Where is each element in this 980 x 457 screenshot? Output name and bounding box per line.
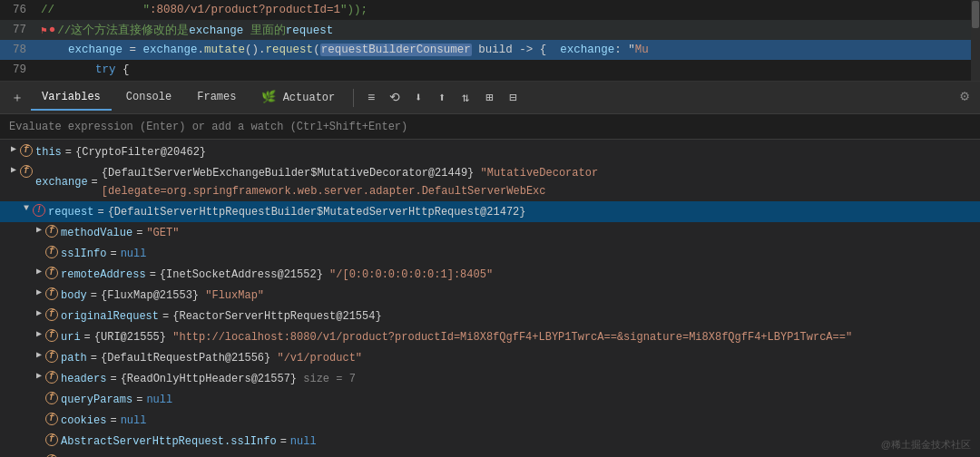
import-icon[interactable]: ⬇ — [408, 88, 428, 108]
var-eq: = — [136, 391, 142, 409]
variables-tree[interactable]: ▶ f this = {CryptoFilter@20462} ▶ f exch… — [0, 140, 980, 457]
settings-icon[interactable]: ≡ — [361, 88, 381, 108]
expand-arrow[interactable]: ▶ — [33, 287, 45, 297]
var-name: uri — [61, 328, 81, 346]
no-arrow: ▶ — [33, 433, 45, 443]
expand-arrow[interactable]: ▶ — [33, 266, 45, 277]
var-eq: = — [280, 433, 287, 451]
var-headers[interactable]: ▶ f headers = {ReadOnlyHttpHeaders@21557… — [0, 368, 980, 389]
var-content: body = {FluxMap@21553} "FluxMap" — [61, 287, 264, 305]
var-eq: = — [97, 203, 103, 221]
debugger-panel: ＋ Variables Console Frames 🌿 Actuator ≡ … — [0, 82, 980, 457]
expand-arrow[interactable]: ▶ — [33, 224, 45, 235]
var-cookies[interactable]: ▶ f cookies = null — [0, 410, 980, 431]
debug-arrow-77: ⚑ — [41, 24, 47, 36]
tab-actuator[interactable]: 🌿 Actuator — [250, 84, 346, 112]
var-value: {CryptoFilter@20462} — [75, 143, 206, 161]
line-number-77: 77 — [0, 24, 41, 36]
no-arrow: ▶ — [33, 391, 45, 402]
var-eq: = — [91, 287, 97, 305]
var-content: uri = {URI@21555} "http://localhost:8080… — [61, 328, 852, 346]
var-name: this — [35, 143, 62, 161]
toolbar-separator — [353, 89, 354, 107]
add-watch-button[interactable]: ＋ — [7, 88, 27, 108]
right-scrollbar[interactable] — [971, 0, 980, 81]
expand-arrow[interactable]: ▶ — [33, 328, 45, 339]
var-eq: = — [162, 307, 169, 326]
var-remoteAddress[interactable]: ▶ f remoteAddress = {InetSocketAddress@2… — [0, 264, 980, 285]
var-sslInfo[interactable]: ▶ f sslInfo = null — [0, 243, 980, 264]
watermark: @稀土掘金技术社区 — [881, 438, 971, 452]
var-exchange[interactable]: ▶ f exchange = {DefaultServerWebExchange… — [0, 162, 980, 201]
var-name: queryParams — [61, 391, 132, 409]
var-value: {ReactorServerHttpRequest@21554} — [172, 307, 381, 326]
var-request[interactable]: ▼ ! request = {DefaultServerHttpRequestB… — [0, 201, 980, 222]
line-content-77: //这个方法直接修改的是exchange 里面的request — [57, 23, 980, 38]
field-icon: f — [45, 350, 58, 363]
var-content: id = null — [61, 453, 113, 458]
var-name: exchange — [35, 173, 88, 191]
expand-arrow[interactable]: ▶ — [33, 370, 45, 381]
no-arrow: ▶ — [33, 453, 45, 458]
no-arrow: ▶ — [33, 245, 45, 256]
var-content: sslInfo = null — [61, 245, 146, 263]
var-eq: = — [91, 349, 97, 367]
field-icon: f — [45, 287, 58, 300]
var-eq: = — [92, 173, 98, 191]
code-line-76: 76 // ":8080/v1/product?productId=1")); — [0, 0, 980, 20]
var-eq: = — [110, 245, 116, 263]
var-originalRequest[interactable]: ▶ f originalRequest = {ReactorServerHttp… — [0, 306, 980, 326]
code-line-78: 78 exchange = exchange.mutate().request(… — [0, 40, 980, 60]
line-content-78: exchange = exchange.mutate().request(req… — [41, 44, 980, 56]
code-line-77: 77 ⚑ ● //这个方法直接修改的是exchange 里面的request — [0, 20, 980, 40]
tab-variables[interactable]: Variables — [31, 85, 112, 111]
var-body[interactable]: ▶ f body = {FluxMap@21553} "FluxMap" — [0, 285, 980, 306]
tab-frames[interactable]: Frames — [186, 85, 247, 111]
settings-gear-icon[interactable]: ⚙ — [960, 87, 969, 105]
field-icon: f — [20, 165, 33, 178]
expand-arrow[interactable]: ▶ — [33, 349, 45, 360]
expand-arrow[interactable]: ▶ — [7, 143, 20, 154]
var-this[interactable]: ▶ f this = {CryptoFilter@20462} — [0, 141, 980, 162]
expand-icon[interactable]: ⊞ — [479, 88, 499, 108]
expression-hint: Evaluate expression (Enter) or add a wat… — [9, 121, 407, 133]
var-content: cookies = null — [61, 412, 146, 430]
code-line-79: 79 try { — [0, 60, 980, 80]
restore-icon[interactable]: ⟲ — [385, 88, 405, 108]
var-path[interactable]: ▶ f path = {DefaultRequestPath@21556} "/… — [0, 347, 980, 368]
var-name: originalRequest — [61, 307, 159, 326]
var-value: null — [88, 453, 114, 458]
var-content: exchange = {DefaultServerWebExchangeBuil… — [35, 164, 980, 200]
var-content: queryParams = null — [61, 391, 172, 409]
var-name: AbstractServerHttpRequest.sslInfo — [61, 433, 277, 451]
line-content-76: // ":8080/v1/product?productId=1")); — [41, 4, 980, 16]
line-number-78: 78 — [0, 44, 41, 56]
field-icon: f — [45, 371, 58, 384]
collapse-icon[interactable]: ⊟ — [503, 88, 523, 108]
var-value: {DefaultRequestPath@21556} "/v1/product" — [101, 349, 362, 367]
expand-arrow[interactable]: ▶ — [33, 307, 45, 318]
var-content: AbstractServerHttpRequest.sslInfo = null — [61, 433, 317, 451]
field-icon: f — [45, 246, 58, 258]
var-abstract-sslinfo[interactable]: ▶ f AbstractServerHttpRequest.sslInfo = … — [0, 431, 980, 452]
var-id[interactable]: ▶ f id = null — [0, 452, 980, 457]
field-icon: f — [45, 308, 58, 321]
expand-arrow[interactable]: ▶ — [7, 164, 20, 175]
var-content: this = {CryptoFilter@20462} — [35, 143, 206, 161]
var-eq: = — [110, 370, 116, 388]
selected-token: requestBuilderConsumer — [320, 44, 472, 56]
var-name: id — [61, 453, 74, 458]
expand-arrow[interactable]: ▼ — [20, 203, 33, 213]
breakpoint-77: ● — [49, 24, 56, 36]
tab-console[interactable]: Console — [115, 85, 182, 111]
var-methodValue[interactable]: ▶ f methodValue = "GET" — [0, 222, 980, 243]
export-icon[interactable]: ⬆ — [432, 88, 452, 108]
var-queryParams[interactable]: ▶ f queryParams = null — [0, 389, 980, 410]
var-uri[interactable]: ▶ f uri = {URI@21555} "http://localhost:… — [0, 326, 980, 347]
var-name: headers — [61, 370, 106, 388]
var-content: request = {DefaultServerHttpRequestBuild… — [48, 203, 526, 221]
field-icon: f — [45, 267, 58, 279]
var-value: {URI@21555} "http://localhost:8080/v1/pr… — [94, 328, 852, 346]
var-value: {InetSocketAddress@21552} "/[0:0:0:0:0:0… — [160, 266, 493, 284]
sort-icon[interactable]: ⇅ — [456, 88, 475, 108]
